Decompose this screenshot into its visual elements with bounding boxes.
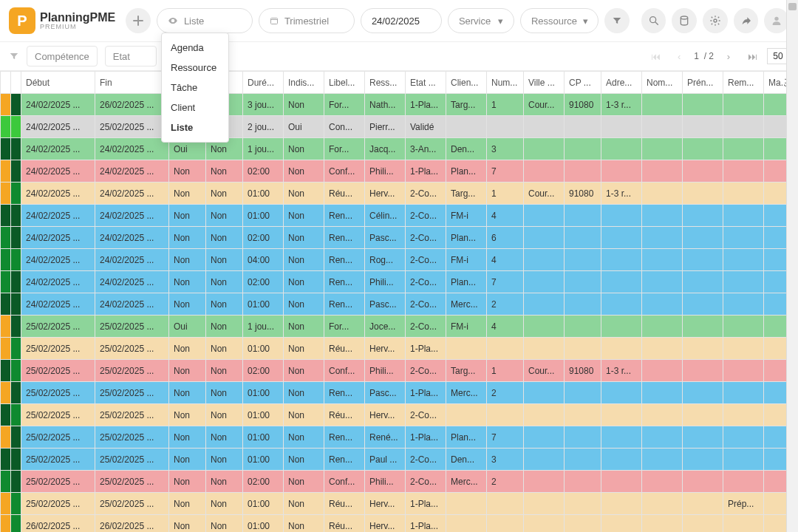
table-row[interactable]: 24/02/2025 ...24/02/2025 ...OuiNon1 jou.… bbox=[1, 138, 787, 160]
table-row[interactable]: 24/02/2025 ...25/02/2025 ...n2 jou...Oui… bbox=[1, 116, 787, 138]
table-row[interactable]: 24/02/2025 ...24/02/2025 ...NonNon01:00N… bbox=[1, 183, 787, 205]
table-row[interactable]: 24/02/2025 ...24/02/2025 ...NonNon02:00N… bbox=[1, 271, 787, 293]
cell bbox=[764, 316, 787, 338]
calendar-icon bbox=[270, 16, 279, 25]
cell: Non bbox=[284, 404, 324, 426]
table-row[interactable]: 25/02/2025 ...25/02/2025 ...NonNon01:00N… bbox=[1, 382, 787, 404]
cell: 25/02/2025 ... bbox=[95, 404, 169, 426]
row-color-right bbox=[11, 249, 21, 271]
pager-info: 1 / 2 bbox=[694, 51, 714, 61]
period-selector[interactable]: Trimestriel bbox=[259, 8, 355, 33]
table-row[interactable]: 26/02/2025 ...26/02/2025 ...NonNon01:00N… bbox=[1, 515, 787, 533]
column-header[interactable]: Etat ... bbox=[406, 72, 446, 94]
table-row[interactable]: 25/02/2025 ...25/02/2025 ...NonNon01:00N… bbox=[1, 426, 787, 449]
cell: 04:00 bbox=[243, 249, 284, 271]
cell: Cour... bbox=[524, 183, 565, 205]
etat-filter[interactable]: Etat bbox=[105, 46, 157, 66]
filter-button[interactable] bbox=[604, 8, 630, 33]
cell: 25/02/2025 ... bbox=[21, 316, 95, 338]
date-picker[interactable] bbox=[361, 8, 442, 33]
cell bbox=[683, 138, 723, 160]
table-row[interactable]: 24/02/2025 ...24/02/2025 ...NonNon01:00N… bbox=[1, 205, 787, 227]
cell: 2 jou... bbox=[243, 116, 284, 138]
cell bbox=[683, 271, 723, 293]
column-header[interactable]: Num... bbox=[487, 72, 524, 94]
pager-last[interactable]: ⏭ bbox=[743, 47, 761, 65]
service-selector[interactable]: Service ▾ bbox=[448, 8, 514, 33]
column-header[interactable]: Prén... bbox=[683, 72, 723, 94]
table-row[interactable]: 25/02/2025 ...25/02/2025 ...NonNon02:00N… bbox=[1, 360, 787, 382]
cell: Den... bbox=[446, 449, 487, 471]
table-row[interactable]: 25/02/2025 ...25/02/2025 ...NonNon01:00N… bbox=[1, 338, 787, 360]
cell bbox=[565, 227, 601, 249]
view-selector[interactable]: Liste bbox=[157, 8, 253, 33]
cell bbox=[642, 205, 683, 227]
table-row[interactable]: 24/02/2025 ...24/02/2025 ...NonNon02:00N… bbox=[1, 160, 787, 183]
cell: Non bbox=[169, 515, 206, 533]
table-row[interactable]: 25/02/2025 ...25/02/2025 ...NonNon01:00N… bbox=[1, 449, 787, 471]
column-header[interactable]: Ma...☰ bbox=[764, 72, 787, 94]
table-row[interactable]: 25/02/2025 ...25/02/2025 ...OuiNon1 jou.… bbox=[1, 316, 787, 338]
cell bbox=[642, 271, 683, 293]
column-header[interactable]: Duré... bbox=[243, 72, 284, 94]
resource-selector[interactable]: Ressource ▾ bbox=[520, 8, 598, 33]
cell: 24/02/2025 ... bbox=[95, 205, 169, 227]
row-color-left bbox=[1, 515, 11, 533]
dropdown-item[interactable]: Client bbox=[162, 98, 228, 117]
cell: Targ... bbox=[446, 94, 487, 116]
cell: Non bbox=[206, 316, 243, 338]
table-row[interactable]: 25/02/2025 ...25/02/2025 ...NonNon02:00N… bbox=[1, 471, 787, 493]
column-header[interactable]: Ress... bbox=[365, 72, 406, 94]
data-button[interactable] bbox=[672, 8, 697, 33]
cell bbox=[524, 426, 565, 449]
table-row[interactable]: 24/02/2025 ...26/02/2025 ...n3 jou...Non… bbox=[1, 94, 787, 116]
share-button[interactable] bbox=[734, 8, 759, 33]
table-row[interactable]: 25/02/2025 ...25/02/2025 ...NonNon01:00N… bbox=[1, 404, 787, 426]
cell bbox=[723, 426, 764, 449]
cell: 25/02/2025 ... bbox=[21, 449, 95, 471]
dropdown-item[interactable]: Agenda bbox=[162, 38, 228, 58]
table-row[interactable]: 25/02/2025 ...25/02/2025 ...NonNon01:00N… bbox=[1, 493, 787, 515]
column-header[interactable]: Libel... bbox=[324, 72, 365, 94]
column-header[interactable]: Clien... bbox=[446, 72, 487, 94]
table-row[interactable]: 24/02/2025 ...24/02/2025 ...NonNon02:00N… bbox=[1, 227, 787, 249]
cell bbox=[565, 205, 601, 227]
cell: Ren... bbox=[324, 293, 365, 316]
user-button[interactable] bbox=[764, 8, 789, 33]
cell: Non bbox=[284, 227, 324, 249]
add-button[interactable] bbox=[126, 8, 151, 33]
search-button[interactable] bbox=[641, 8, 666, 33]
vertical-scrollbar[interactable] bbox=[786, 0, 798, 532]
cell bbox=[723, 160, 764, 183]
date-input[interactable] bbox=[372, 16, 431, 27]
column-header[interactable]: Début bbox=[21, 72, 95, 94]
cell: Non bbox=[284, 94, 324, 116]
table-row[interactable]: 24/02/2025 ...24/02/2025 ...NonNon01:00N… bbox=[1, 293, 787, 316]
column-header[interactable]: Ville ... bbox=[524, 72, 565, 94]
scrollbar-thumb[interactable] bbox=[788, 3, 797, 10]
cell: 1-Pla... bbox=[406, 160, 446, 183]
cell: For... bbox=[324, 94, 365, 116]
cell bbox=[642, 138, 683, 160]
table-row[interactable]: 24/02/2025 ...24/02/2025 ...NonNon04:00N… bbox=[1, 249, 787, 271]
cell bbox=[683, 205, 723, 227]
cell bbox=[446, 116, 487, 138]
column-header[interactable]: Adre... bbox=[601, 72, 642, 94]
column-header[interactable]: Fin bbox=[95, 72, 169, 94]
pager-next[interactable]: › bbox=[720, 47, 737, 65]
column-header[interactable]: Nom... bbox=[642, 72, 683, 94]
dropdown-item[interactable]: Ressource bbox=[162, 58, 228, 78]
dropdown-item[interactable]: Tâche bbox=[162, 78, 228, 98]
cell bbox=[565, 515, 601, 533]
settings-button[interactable] bbox=[703, 8, 728, 33]
cell: 2-Co... bbox=[406, 271, 446, 293]
pager-prev[interactable]: ‹ bbox=[670, 47, 688, 65]
column-header[interactable]: Rem... bbox=[723, 72, 764, 94]
column-header[interactable]: CP ... bbox=[565, 72, 601, 94]
cell bbox=[565, 426, 601, 449]
cell: 2-Co... bbox=[406, 449, 446, 471]
dropdown-item[interactable]: Liste bbox=[162, 117, 228, 137]
pager-first[interactable]: ⏮ bbox=[647, 47, 664, 65]
column-header[interactable]: Indis... bbox=[284, 72, 324, 94]
competence-filter[interactable]: Compétence bbox=[27, 46, 98, 66]
